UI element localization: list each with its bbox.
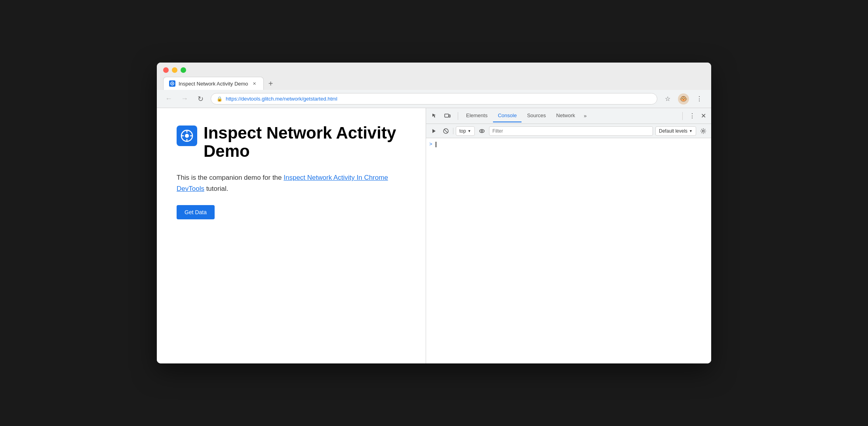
tab-elements[interactable]: Elements — [461, 109, 492, 122]
new-tab-button[interactable]: + — [265, 77, 277, 90]
eye-button[interactable] — [477, 126, 487, 136]
toolbar-separator — [458, 112, 458, 120]
page-icon — [177, 126, 197, 146]
console-toolbar: top ▼ Default levels ▼ — [426, 124, 711, 138]
page-title: Inspect Network Activity Demo — [204, 124, 406, 160]
url-text: https://devtools.glitch.me/network/getst… — [226, 96, 651, 102]
devtools-tabs: Elements Console Sources Network » — [461, 109, 679, 122]
tab-title: Inspect Network Activity Demo — [179, 81, 248, 87]
console-clear-button[interactable] — [441, 126, 451, 136]
lock-icon: 🔒 — [217, 96, 223, 102]
devtools-close-button[interactable]: ✕ — [699, 111, 708, 121]
avatar-icon[interactable]: 🐵 — [678, 93, 689, 105]
default-levels-selector[interactable]: Default levels ▼ — [655, 126, 696, 136]
url-bar[interactable]: 🔒 https://devtools.glitch.me/network/get… — [211, 93, 657, 105]
browser-window: Inspect Network Activity Demo ✕ + ← → ↻ … — [157, 63, 711, 363]
console-output[interactable]: > — [426, 138, 711, 363]
get-data-button[interactable]: Get Data — [177, 205, 215, 219]
context-selector[interactable]: top ▼ — [456, 126, 475, 136]
svg-point-15 — [702, 130, 704, 132]
description-before: This is the companion demo for the — [177, 174, 284, 181]
devtools-toolbar: Elements Console Sources Network » ⋮ ✕ — [426, 108, 711, 124]
more-tabs-button[interactable]: » — [581, 110, 590, 122]
device-toolbar-button[interactable] — [442, 110, 453, 122]
tab-console[interactable]: Console — [493, 109, 522, 122]
maximize-button[interactable] — [181, 67, 186, 73]
console-cursor — [436, 142, 436, 147]
settings-button[interactable] — [699, 126, 708, 136]
context-label: top — [459, 128, 466, 134]
description-after: tutorial. — [204, 185, 228, 192]
tab-close-button[interactable]: ✕ — [251, 80, 258, 87]
svg-rect-8 — [445, 114, 449, 117]
toolbar-separator-2 — [682, 112, 683, 120]
inspect-element-button[interactable] — [429, 110, 440, 122]
address-bar: ← → ↻ 🔒 https://devtools.glitch.me/netwo… — [157, 90, 711, 108]
main-area: Inspect Network Activity Demo This is th… — [157, 108, 711, 363]
tab-network[interactable]: Network — [552, 109, 580, 122]
filter-input[interactable] — [489, 126, 653, 136]
devtools-menu-button[interactable]: ⋮ — [687, 111, 697, 121]
console-run-button[interactable] — [429, 126, 439, 136]
traffic-lights — [163, 67, 705, 73]
tab-bar: Inspect Network Activity Demo ✕ + — [163, 77, 705, 90]
devtools-close-area: ⋮ ✕ — [679, 111, 708, 121]
svg-point-1 — [172, 83, 173, 84]
browser-tab[interactable]: Inspect Network Activity Demo ✕ — [163, 77, 264, 90]
svg-marker-10 — [432, 129, 436, 133]
star-icon[interactable]: ☆ — [662, 93, 673, 105]
reload-button[interactable]: ↻ — [195, 93, 206, 105]
address-bar-right: ☆ 🐵 ⋮ — [662, 93, 705, 105]
forward-button[interactable]: → — [179, 93, 190, 105]
svg-point-14 — [481, 130, 483, 132]
page-header: Inspect Network Activity Demo — [177, 124, 406, 160]
tab-favicon — [169, 80, 175, 87]
svg-point-3 — [185, 134, 189, 138]
devtools-panel: Elements Console Sources Network » ⋮ ✕ — [426, 108, 711, 363]
page-content: Inspect Network Activity Demo This is th… — [157, 108, 426, 363]
svg-rect-9 — [449, 115, 450, 117]
svg-point-13 — [480, 129, 484, 133]
title-bar: Inspect Network Activity Demo ✕ + — [157, 63, 711, 90]
menu-icon[interactable]: ⋮ — [694, 93, 705, 105]
default-levels-label: Default levels — [659, 128, 687, 134]
svg-line-12 — [444, 129, 447, 133]
page-description: This is the companion demo for the Inspe… — [177, 172, 406, 194]
default-levels-arrow: ▼ — [689, 129, 693, 133]
back-button[interactable]: ← — [163, 93, 174, 105]
close-button[interactable] — [163, 67, 169, 73]
console-separator — [453, 128, 453, 134]
tab-sources[interactable]: Sources — [522, 109, 551, 122]
prompt-chevron: > — [429, 141, 432, 147]
console-prompt[interactable]: > — [426, 140, 711, 149]
minimize-button[interactable] — [172, 67, 177, 73]
context-arrow: ▼ — [468, 129, 471, 133]
